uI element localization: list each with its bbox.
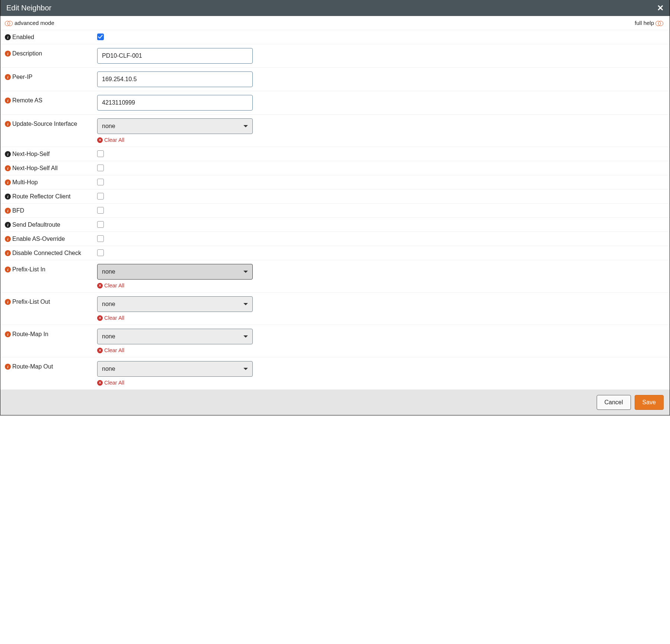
select-prefix-list-out[interactable]: none (97, 296, 253, 312)
modal-footer: Cancel Save (0, 390, 670, 415)
clear-icon: ✕ (97, 137, 103, 143)
row-multi-hop: i Multi-Hop (0, 175, 670, 189)
info-icon[interactable]: i (5, 179, 11, 185)
select-route-map-in[interactable]: none (97, 329, 253, 344)
info-icon[interactable]: i (5, 299, 11, 305)
clear-all-route-map-in[interactable]: ✕ Clear All (97, 347, 124, 353)
modal-header: Edit Neighbor ✕ (0, 0, 670, 16)
checkbox-multi-hop[interactable] (97, 179, 104, 185)
save-button[interactable]: Save (635, 395, 664, 410)
row-description: i Description (0, 44, 670, 68)
label-remote-as: i Remote AS (5, 95, 97, 104)
input-peer-ip[interactable] (97, 71, 253, 87)
info-icon[interactable]: i (5, 194, 11, 200)
label-peer-ip: i Peer-IP (5, 71, 97, 80)
row-route-map-in: i Route-Map In none ✕ Clear All (0, 325, 670, 357)
chevron-down-icon (243, 125, 248, 127)
label-description: i Description (5, 48, 97, 57)
advanced-mode-label: advanced mode (15, 20, 54, 26)
input-description[interactable] (97, 48, 253, 64)
toggle-icon (5, 20, 13, 26)
row-prefix-list-out: i Prefix-List Out none ✕ Clear All (0, 293, 670, 325)
info-icon[interactable]: i (5, 151, 11, 157)
row-route-map-out: i Route-Map Out none ✕ Clear All (0, 357, 670, 390)
checkbox-disable-connected-check[interactable] (97, 249, 104, 256)
clear-icon: ✕ (97, 348, 103, 353)
checkbox-route-reflector[interactable] (97, 193, 104, 200)
checkbox-bfd[interactable] (97, 207, 104, 214)
full-help-toggle[interactable]: full help (635, 20, 664, 26)
info-icon[interactable]: i (5, 222, 11, 228)
row-next-hop-self-all: i Next-Hop-Self All (0, 161, 670, 175)
mode-bar: advanced mode full help (0, 16, 670, 30)
info-icon[interactable]: i (5, 267, 11, 272)
info-icon[interactable]: i (5, 331, 11, 337)
select-update-source[interactable]: none (97, 118, 253, 134)
info-icon[interactable]: i (5, 208, 11, 214)
close-icon[interactable]: ✕ (657, 4, 664, 12)
info-icon[interactable]: i (5, 51, 11, 57)
chevron-down-icon (243, 368, 248, 370)
info-icon[interactable]: i (5, 236, 11, 242)
clear-all-prefix-list-out[interactable]: ✕ Clear All (97, 315, 124, 321)
checkbox-enabled[interactable] (97, 34, 104, 40)
info-icon[interactable]: i (5, 250, 11, 256)
chevron-down-icon (243, 303, 248, 305)
row-update-source: i Update-Source Interface none ✕ Clear A… (0, 115, 670, 147)
info-icon[interactable]: i (5, 34, 11, 40)
info-icon[interactable]: i (5, 364, 11, 370)
clear-all-prefix-list-in[interactable]: ✕ Clear All (97, 283, 124, 288)
checkbox-next-hop-self-all[interactable] (97, 165, 104, 171)
row-remote-as: i Remote AS (0, 91, 670, 115)
clear-icon: ✕ (97, 380, 103, 386)
label-update-source: i Update-Source Interface (5, 118, 97, 127)
full-help-label: full help (635, 20, 654, 26)
chevron-down-icon (243, 335, 248, 338)
modal-title: Edit Neighbor (6, 4, 51, 12)
clear-icon: ✕ (97, 315, 103, 321)
toggle-icon (655, 20, 664, 26)
clear-icon: ✕ (97, 283, 103, 288)
row-next-hop-self: i Next-Hop-Self (0, 147, 670, 161)
checkbox-as-override[interactable] (97, 235, 104, 242)
info-icon[interactable]: i (5, 121, 11, 127)
select-route-map-out[interactable]: none (97, 361, 253, 377)
info-icon[interactable]: i (5, 74, 11, 80)
row-send-default: i Send Defaultroute (0, 218, 670, 232)
cancel-button[interactable]: Cancel (597, 395, 631, 410)
clear-all-route-map-out[interactable]: ✕ Clear All (97, 380, 124, 386)
row-bfd: i BFD (0, 204, 670, 218)
select-prefix-list-in[interactable]: none (97, 264, 253, 280)
checkbox-next-hop-self[interactable] (97, 150, 104, 157)
row-prefix-list-in: i Prefix-List In none ✕ Clear All (0, 260, 670, 293)
edit-neighbor-modal: Edit Neighbor ✕ advanced mode full help … (0, 0, 670, 415)
row-disable-connected-check: i Disable Connected Check (0, 246, 670, 260)
info-icon[interactable]: i (5, 98, 11, 103)
row-route-reflector: i Route Reflector Client (0, 189, 670, 204)
checkbox-send-default[interactable] (97, 221, 104, 228)
info-icon[interactable]: i (5, 165, 11, 171)
advanced-mode-toggle[interactable]: advanced mode (5, 20, 54, 26)
chevron-down-icon (243, 271, 248, 273)
input-remote-as[interactable] (97, 95, 253, 111)
label-enabled: i Enabled (5, 34, 97, 41)
row-peer-ip: i Peer-IP (0, 68, 670, 91)
row-enabled: i Enabled (0, 30, 670, 44)
row-as-override: i Enable AS-Override (0, 232, 670, 246)
clear-all-update-source[interactable]: ✕ Clear All (97, 137, 124, 143)
